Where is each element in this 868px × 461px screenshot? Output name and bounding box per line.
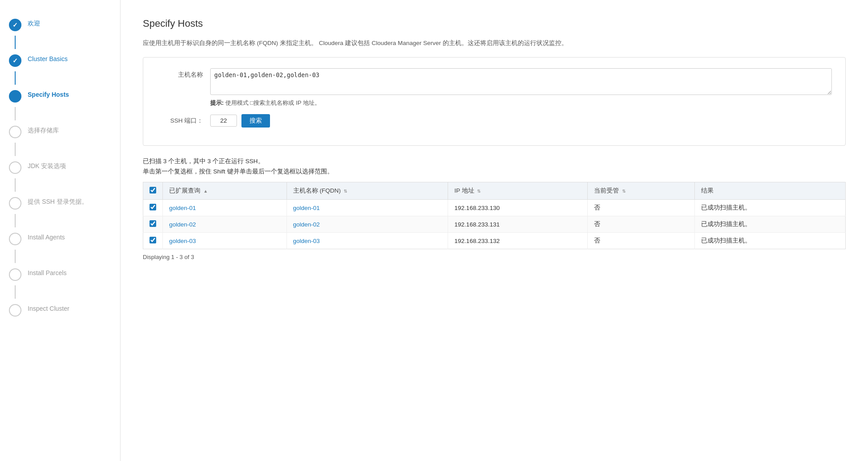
row2-managed: 否 [588,216,694,233]
step-indicator-jdk-options [9,161,21,174]
row1-managed: 否 [588,200,694,216]
row2-fqdn: golden-02 [287,216,448,233]
step-indicator-welcome: ✓ [9,19,21,31]
row3-fqdn-link[interactable]: golden-03 [293,238,320,244]
sort-arrow-fqdn: ⇅ [344,189,347,193]
ssh-port-label: SSH 端口： [157,114,210,125]
row3-ip: 192.168.233.132 [448,233,588,249]
row1-checkbox[interactable] [150,204,156,210]
th-fqdn-label: 主机名称 (FQDN) ⇅ [293,187,348,194]
table-body: golden-01 golden-01 192.168.233.130 否 已成… [143,200,846,249]
connector-1 [15,71,16,85]
sidebar-item-inspect-cluster[interactable]: Inspect Cluster [0,299,120,321]
row3-checkbox[interactable] [150,237,156,243]
row1-expanded-link[interactable]: golden-01 [169,205,196,211]
form-card: 主机名称 golden-01,golden-02,golden-03 提示: 使… [143,57,846,146]
search-button[interactable]: 搜索 [241,114,270,128]
table-row: golden-02 golden-02 192.168.233.131 否 已成… [143,216,846,233]
hint-detail: 使用模式 □搜索主机名称或 IP 地址。 [225,99,320,106]
connector-5 [15,214,16,227]
sidebar-item-ssh-credentials[interactable]: 提供 SSH 登录凭据。 [0,192,120,214]
step-indicator-install-agents [9,233,21,245]
sidebar-label-inspect-cluster: Inspect Cluster [28,303,69,312]
th-managed-label: 当前受管 ⇅ [594,187,626,194]
step-indicator-install-parcels [9,268,21,281]
th-result: 结果 [694,182,845,200]
row3-expanded: golden-03 [163,233,287,249]
sidebar-item-specify-hosts[interactable]: Specify Hosts [0,85,120,107]
hostname-control-wrap: golden-01,golden-02,golden-03 提示: 使用模式 □… [210,68,832,107]
row3-expanded-link[interactable]: golden-03 [169,238,196,244]
connector-2 [15,107,16,120]
row2-result: 已成功扫描主机。 [694,216,845,233]
th-fqdn: 主机名称 (FQDN) ⇅ [287,182,448,200]
sidebar-label-install-parcels: Install Parcels [28,268,66,276]
connector-7 [15,285,16,299]
connector-0 [15,36,16,49]
row2-checkbox-cell [143,216,163,233]
hostname-row: 主机名称 golden-01,golden-02,golden-03 提示: 使… [157,68,832,107]
row1-expanded: golden-01 [163,200,287,216]
sidebar-label-select-repo: 选择存储库 [28,125,59,135]
hostname-input[interactable]: golden-01,golden-02,golden-03 [210,68,832,95]
sort-arrow-ip: ⇅ [477,189,481,193]
scan-info-line2: 单击第一个复选框，按住 Shift 键并单击最后一个复选框以选择范围。 [143,167,846,177]
sort-arrow-expanded: ▲ [204,189,208,193]
th-ip: IP 地址 ⇅ [448,182,588,200]
connector-4 [15,178,16,192]
step-indicator-inspect-cluster [9,304,21,317]
sort-arrow-managed: ⇅ [622,189,626,193]
step-indicator-ssh-credentials [9,197,21,210]
sidebar: ✓ 欢迎 ✓ Cluster Basics Specify Hosts 选择存储… [0,0,120,461]
sidebar-item-cluster-basics[interactable]: ✓ Cluster Basics [0,49,120,71]
connector-3 [15,143,16,156]
hint-text: 提示: 使用模式 □搜索主机名称或 IP 地址。 [210,99,832,107]
ssh-port-control-wrap: 搜索 [210,114,832,128]
step-indicator-cluster-basics: ✓ [9,54,21,67]
checkmark-icon: ✓ [12,21,18,29]
sidebar-label-ssh-credentials: 提供 SSH 登录凭据。 [28,196,88,206]
sidebar-label-install-agents: Install Agents [28,232,65,241]
scan-info-line1: 已扫描 3 个主机，其中 3 个正在运行 SSH。 [143,156,846,167]
th-result-label: 结果 [701,187,714,194]
row3-checkbox-cell [143,233,163,249]
row1-fqdn-link[interactable]: golden-01 [293,205,320,211]
row2-fqdn-link[interactable]: golden-02 [293,221,320,228]
sidebar-item-select-repo[interactable]: 选择存储库 [0,120,120,143]
th-ip-label: IP 地址 ⇅ [454,187,481,194]
sidebar-item-jdk-options[interactable]: JDK 安装选项 [0,156,120,178]
th-expanded: 已扩展查询 ▲ [163,182,287,200]
step-indicator-select-repo [9,126,21,138]
row3-result: 已成功扫描主机。 [694,233,845,249]
main-content: Specify Hosts 应使用主机用于标识自身的同一主机名称 (FQDN) … [120,0,868,461]
row1-result: 已成功扫描主机。 [694,200,845,216]
table-header-row: 已扩展查询 ▲ 主机名称 (FQDN) ⇅ IP 地址 ⇅ 当前受管 ⇅ 结果 [143,182,846,200]
row1-ip: 192.168.233.130 [448,200,588,216]
row3-fqdn: golden-03 [287,233,448,249]
hosts-table: 已扩展查询 ▲ 主机名称 (FQDN) ⇅ IP 地址 ⇅ 当前受管 ⇅ 结果 [143,182,846,249]
ssh-port-row: SSH 端口： 搜索 [157,114,832,128]
row2-expanded: golden-02 [163,216,287,233]
connector-6 [15,250,16,263]
row2-checkbox[interactable] [150,220,156,227]
ssh-port-input[interactable] [210,115,237,127]
row3-managed: 否 [588,233,694,249]
hint-bold: 提示: [210,99,224,106]
hostname-label: 主机名称 [157,68,210,79]
table-row: golden-01 golden-01 192.168.233.130 否 已成… [143,200,846,216]
sidebar-label-welcome: 欢迎 [28,18,40,28]
th-expanded-label: 已扩展查询 ▲ [169,187,208,194]
row2-ip: 192.168.233.131 [448,216,588,233]
scan-info: 已扫描 3 个主机，其中 3 个正在运行 SSH。 单击第一个复选框，按住 Sh… [143,156,846,177]
row2-expanded-link[interactable]: golden-02 [169,221,196,228]
sidebar-item-welcome[interactable]: ✓ 欢迎 [0,13,120,36]
page-title: Specify Hosts [143,18,846,29]
description-text: 应使用主机用于标识自身的同一主机名称 (FQDN) 来指定主机。 Clouder… [143,38,846,48]
sidebar-item-install-parcels[interactable]: Install Parcels [0,263,120,285]
sidebar-label-specify-hosts: Specify Hosts [28,89,69,98]
active-dot-icon [13,94,17,99]
sidebar-item-install-agents[interactable]: Install Agents [0,227,120,250]
sidebar-label-jdk-options: JDK 安装选项 [28,161,66,170]
select-all-checkbox[interactable] [150,187,156,193]
row1-fqdn: golden-01 [287,200,448,216]
